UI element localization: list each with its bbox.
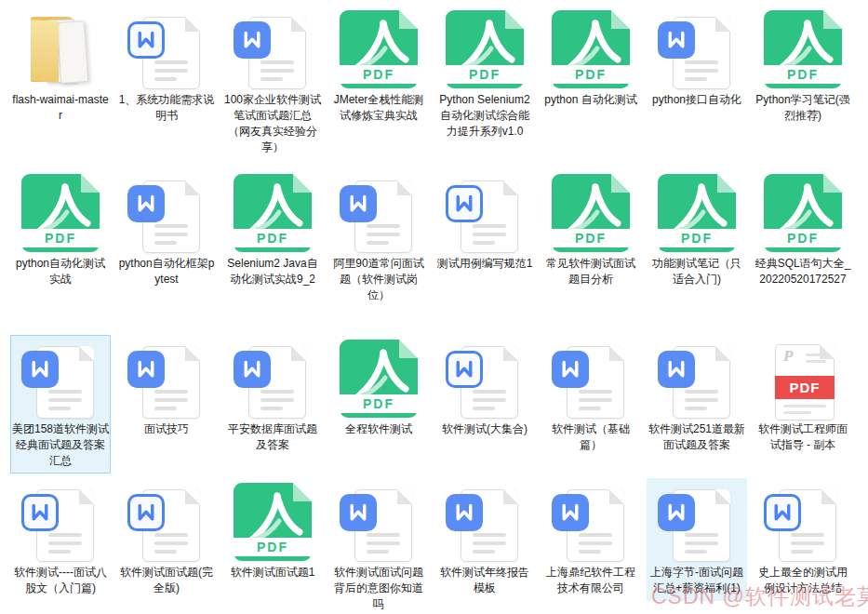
file-tile[interactable]: python接口自动化 bbox=[647, 6, 747, 113]
file-icon-slot bbox=[21, 9, 100, 89]
pdf-body: PDF bbox=[764, 174, 842, 252]
file-tile[interactable]: 面试技巧 bbox=[116, 335, 217, 442]
file-name-label: 平安数据库面试题及答案 bbox=[223, 421, 322, 453]
page-fold bbox=[503, 346, 518, 361]
file-icon-slot: P PDF bbox=[764, 339, 842, 419]
file-tile[interactable]: PDF python自动化测试实战 bbox=[10, 169, 111, 292]
file-icon-slot: PDF bbox=[234, 482, 312, 562]
page-fold bbox=[823, 10, 842, 29]
file-icon-slot: PDF bbox=[340, 339, 418, 419]
file-icon-slot bbox=[127, 9, 206, 89]
file-icon-slot bbox=[127, 339, 206, 419]
file-tile[interactable]: PDF Python Selenium2自动化测试综合能力提升系列v1.0 bbox=[434, 6, 535, 144]
wps-writer-badge-icon bbox=[21, 351, 59, 388]
file-tile[interactable]: 软件测试面试问题背后的意图你知道吗 bbox=[328, 478, 429, 614]
page-fold bbox=[609, 346, 624, 361]
page-fold bbox=[293, 483, 312, 501]
file-tile[interactable]: P PDF 软件测试工程师面试指导 - 副本 bbox=[753, 335, 853, 458]
pdf-icon: PDF bbox=[552, 9, 630, 89]
pdf-label: PDF bbox=[234, 538, 312, 556]
file-tile[interactable]: 上海字节-面试问题汇总+薪资福利(1) bbox=[647, 478, 747, 601]
page-fold bbox=[397, 489, 412, 504]
word-doc-icon bbox=[764, 482, 842, 562]
file-tile[interactable]: 测试用例编写规范1 bbox=[434, 169, 535, 276]
file-icon-slot: PDF bbox=[764, 9, 842, 89]
page-fold bbox=[399, 340, 418, 358]
file-name-label: 阿里90道常问面试题（软件测试岗位） bbox=[329, 256, 428, 303]
file-tile[interactable]: 平安数据库面试题及答案 bbox=[222, 335, 323, 458]
page-fold bbox=[293, 174, 312, 193]
pdf-body: PDF bbox=[234, 483, 312, 561]
word-doc-icon bbox=[234, 9, 312, 89]
wps-writer-badge-icon bbox=[127, 185, 165, 222]
file-icon-slot bbox=[234, 339, 312, 419]
folder-paper bbox=[57, 20, 89, 84]
file-tile[interactable]: 软件测试（基础篇） bbox=[541, 335, 641, 458]
word-doc-icon bbox=[658, 9, 736, 89]
file-icon-slot bbox=[234, 9, 312, 89]
file-name-label: Selenium2 Java自动化测试实战9_2 bbox=[223, 256, 322, 287]
pdf-body: PDF bbox=[658, 174, 736, 252]
wps-writer-badge-icon bbox=[340, 494, 377, 531]
file-tile[interactable]: 阿里90道常问面试题（软件测试岗位） bbox=[328, 169, 429, 308]
pdf-label: PDF bbox=[658, 229, 736, 247]
file-tile[interactable]: 软件测试(大集合) bbox=[434, 335, 535, 442]
word-doc-icon bbox=[127, 339, 206, 419]
file-icon-slot: PDF bbox=[764, 173, 842, 253]
wps-writer-badge-icon bbox=[21, 494, 59, 531]
file-icon-slot bbox=[446, 482, 524, 562]
file-tile[interactable]: PDF 软件测试面试题1 bbox=[222, 478, 323, 585]
file-tile[interactable]: 1、系统功能需求说明书 bbox=[116, 6, 217, 128]
file-tile[interactable]: PDF python 自动化测试 bbox=[541, 6, 641, 113]
wps-writer-badge-icon bbox=[658, 351, 695, 388]
page-fold bbox=[820, 344, 835, 359]
pdf-body: PDF bbox=[340, 10, 418, 88]
pdf-icon: PDF bbox=[658, 173, 736, 253]
pdf-body: PDF bbox=[340, 340, 418, 418]
file-tile[interactable]: 史上最全的测试用例设计方法总结 bbox=[753, 478, 853, 601]
wps-writer-badge-icon bbox=[552, 351, 589, 388]
file-tile[interactable]: 100家企业软件测试笔试面试题汇总（网友真实经验分享） bbox=[222, 6, 323, 160]
file-name-label: 测试用例编写规范1 bbox=[437, 256, 533, 272]
file-icon-slot: PDF bbox=[234, 173, 312, 253]
file-name-label: 软件测试（基础篇） bbox=[541, 421, 640, 453]
file-name-label: python接口自动化 bbox=[652, 92, 741, 108]
file-tile[interactable]: 上海鼎纪软件工程技术有限公司 bbox=[541, 478, 641, 601]
file-tile[interactable]: flash-waimai-master bbox=[10, 6, 111, 128]
pdf-label: PDF bbox=[775, 376, 835, 399]
pdf-label: PDF bbox=[340, 65, 418, 84]
file-tile[interactable]: 软件测试面试题(完全版) bbox=[116, 478, 217, 601]
pdf-body: PDF bbox=[21, 174, 100, 252]
pdf-icon: PDF bbox=[234, 482, 312, 562]
word-doc-icon bbox=[552, 339, 630, 419]
file-name-label: 软件测试面试题1 bbox=[231, 565, 315, 581]
file-name-label: python自动化测试实战 bbox=[11, 256, 110, 287]
file-tile[interactable]: 美团158道软件测试经典面试题及答案汇总 bbox=[10, 335, 111, 474]
file-tile[interactable]: python自动化框架pytest bbox=[116, 169, 217, 292]
wps-writer-badge-icon bbox=[127, 494, 165, 531]
file-tile[interactable]: PDF Selenium2 Java自动化测试实战9_2 bbox=[222, 169, 323, 292]
file-tile[interactable]: PDF 经典SQL语句大全_20220520172527 bbox=[753, 169, 853, 292]
file-name-label: 功能测试笔记（只适合入门) bbox=[648, 256, 746, 287]
word-doc-icon bbox=[21, 339, 100, 419]
file-tile[interactable]: 软件测试----面试八股文（入门篇) bbox=[10, 478, 111, 601]
page-fold bbox=[185, 180, 200, 195]
word-doc-icon bbox=[340, 173, 418, 253]
file-tile[interactable]: 软件测试251道最新面试题及答案 bbox=[647, 335, 747, 458]
wps-writer-badge-icon bbox=[552, 494, 589, 531]
file-tile[interactable]: PDF 功能测试笔记（只适合入门) bbox=[647, 169, 747, 292]
page-fold bbox=[81, 174, 100, 193]
file-icon-slot: PDF bbox=[658, 173, 736, 253]
file-name-label: 软件测试251道最新面试题及答案 bbox=[648, 421, 746, 453]
word-doc-icon bbox=[127, 173, 206, 253]
file-tile[interactable]: 软件测试年终报告模板 bbox=[434, 478, 535, 601]
file-tile[interactable]: PDF 常见软件测试面试题目分析 bbox=[541, 169, 641, 292]
page-fold bbox=[291, 346, 306, 361]
pdf-label: PDF bbox=[764, 229, 842, 247]
file-tile[interactable]: PDF JMeter全栈性能测试修炼宝典实战 bbox=[328, 6, 429, 128]
file-icon-slot bbox=[340, 482, 418, 562]
file-tile[interactable]: PDF Python学习笔记(强烈推荐) bbox=[753, 6, 853, 128]
file-tile[interactable]: PDF 全程软件测试 bbox=[328, 335, 429, 442]
file-icon-slot bbox=[658, 482, 736, 562]
file-icon-slot bbox=[127, 482, 206, 562]
